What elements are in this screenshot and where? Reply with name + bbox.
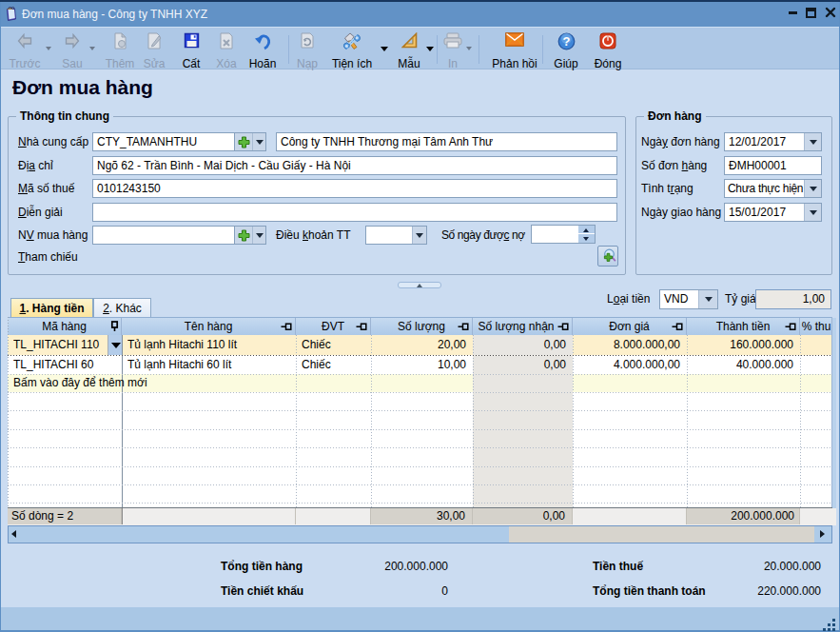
svg-text:?: ? <box>562 34 570 49</box>
